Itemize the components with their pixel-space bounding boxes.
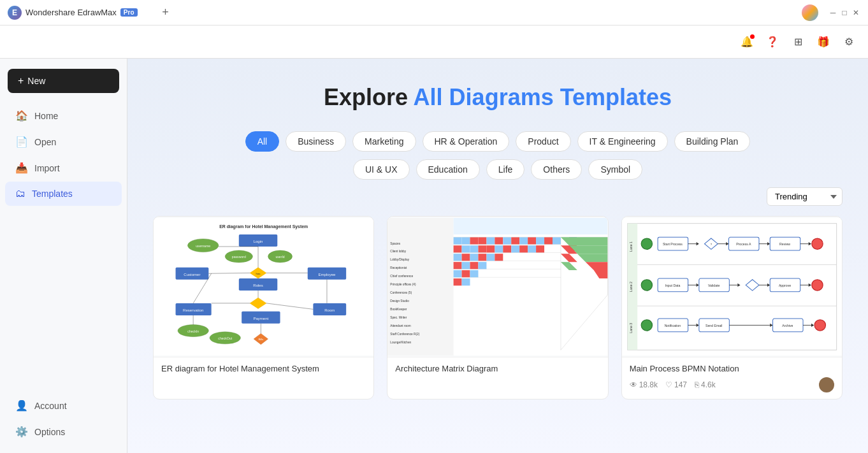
svg-rect-103: [462, 262, 470, 269]
sidebar-item-home[interactable]: 🏠 Home: [5, 103, 122, 128]
svg-text:Payment: Payment: [253, 317, 268, 320]
app-logo-icon: E: [8, 6, 22, 20]
svg-text:Attendant room: Attendant room: [391, 324, 411, 327]
svg-rect-75: [553, 237, 561, 244]
maximize-button[interactable]: □: [840, 8, 849, 17]
filter-chip-all[interactable]: All: [245, 131, 280, 152]
bpmn-copies-count: 4.6k: [701, 380, 716, 389]
svg-text:Notification: Notification: [664, 324, 681, 327]
close-button[interactable]: ✕: [851, 8, 860, 17]
filter-chip-building-plan[interactable]: Building Plan: [674, 131, 751, 152]
svg-rect-109: [454, 278, 462, 285]
svg-rect-68: [495, 237, 503, 244]
sidebar-item-open[interactable]: 📄 Open: [5, 129, 122, 154]
filter-chip-hr-operation[interactable]: HR & Operation: [423, 131, 510, 152]
svg-text:checkIn: checkIn: [187, 329, 199, 333]
template-name-architecture-matrix: Architecture Matrix Diagram: [395, 364, 600, 373]
filter-chip-it-engineering[interactable]: IT & Engineering: [577, 131, 668, 152]
copy-icon: ⎘: [695, 380, 699, 389]
filter-chip-marketing[interactable]: Marketing: [352, 131, 416, 152]
sidebar-item-import[interactable]: 📥 Import: [5, 155, 122, 180]
svg-rect-96: [454, 254, 462, 261]
filter-chip-ui-ux[interactable]: UI & UX: [353, 159, 410, 180]
template-thumb-architecture-matrix: Available Not avail Spaces Client lobby …: [387, 217, 607, 357]
settings-icon[interactable]: ⚙: [840, 33, 858, 51]
svg-rect-79: [479, 245, 487, 252]
filter-chip-others[interactable]: Others: [531, 159, 582, 180]
template-thumb-er-hotel: ER diagram for Hotel Management System L…: [154, 217, 373, 357]
template-card-bpmn[interactable]: Lane 1 Lane 2 Lane 3 Start Process: [621, 216, 843, 399]
sidebar-item-options[interactable]: ⚙️ Options: [5, 419, 122, 444]
svg-text:Bills: Bills: [258, 338, 263, 341]
minimize-button[interactable]: ─: [828, 8, 837, 17]
bpmn-copies: ⎘ 4.6k: [695, 380, 716, 389]
options-icon: ⚙️: [15, 426, 28, 438]
svg-rect-98: [470, 254, 479, 261]
filter-chip-life[interactable]: Life: [486, 159, 525, 180]
sidebar-item-account[interactable]: 👤 Account: [5, 393, 122, 418]
svg-text:BookKeeper: BookKeeper: [391, 308, 407, 311]
svg-text:Send Email: Send Email: [705, 324, 722, 327]
svg-point-174: [814, 320, 825, 331]
window-controls: ─ □ ✕: [828, 8, 860, 17]
open-icon: 📄: [15, 136, 28, 148]
template-stats-bpmn: 👁 18.8k ♡ 147 ⎘ 4.6k: [630, 377, 834, 392]
svg-rect-84: [520, 245, 528, 252]
template-author-avatar: [819, 377, 834, 392]
filter-chip-product[interactable]: Product: [516, 131, 570, 152]
svg-rect-67: [487, 237, 495, 244]
svg-rect-104: [470, 262, 479, 269]
sidebar-item-import-label: Import: [34, 163, 60, 173]
user-avatar[interactable]: [802, 4, 818, 21]
svg-rect-64: [462, 237, 470, 244]
new-button[interactable]: + New: [8, 69, 119, 93]
svg-text:has: has: [256, 272, 261, 275]
svg-rect-102: [454, 262, 462, 269]
new-button-label: New: [27, 76, 45, 86]
new-tab-button[interactable]: +: [158, 5, 173, 20]
svg-text:userId: userId: [275, 255, 284, 259]
svg-text:Employee: Employee: [319, 273, 336, 277]
help-icon[interactable]: ❓: [763, 33, 781, 51]
filter-chip-education[interactable]: Education: [416, 159, 480, 180]
svg-text:Design Studio: Design Studio: [391, 299, 410, 303]
template-card-er-hotel[interactable]: ER diagram for Hotel Management System L…: [153, 216, 374, 399]
title-bar: E Wondershare EdrawMax Pro + ─ □ ✕: [0, 0, 868, 25]
title-bar-actions: ─ □ ✕: [802, 4, 860, 21]
sidebar-item-templates[interactable]: 🗂 Templates: [5, 182, 122, 206]
sidebar-item-templates-label: Templates: [32, 189, 73, 199]
bpmn-views: 👁 18.8k: [630, 380, 658, 389]
sidebar: + New 🏠 Home 📄 Open 📥 Import 🗂 Templates…: [0, 59, 127, 453]
template-name-er-hotel: ER diagram for Hotel Management System: [161, 364, 366, 373]
svg-text:Review: Review: [779, 242, 790, 246]
filter-chip-business[interactable]: Business: [286, 131, 346, 152]
svg-text:Validate: Validate: [708, 284, 720, 287]
sidebar-item-open-label: Open: [34, 137, 56, 147]
svg-rect-77: [462, 245, 470, 252]
svg-text:Spec. Writer: Spec. Writer: [391, 316, 407, 319]
svg-point-126: [641, 238, 652, 249]
svg-rect-101: [495, 254, 503, 261]
account-icon: 👤: [15, 399, 28, 412]
main-layout: + New 🏠 Home 📄 Open 📥 Import 🗂 Templates…: [0, 59, 868, 453]
page-title: Explore All Diagrams Templates: [153, 84, 843, 111]
sort-dropdown[interactable]: Trending Newest Most Popular: [767, 187, 843, 206]
svg-text:Approve: Approve: [779, 284, 791, 287]
svg-text:Lobby/Display: Lobby/Display: [391, 258, 410, 261]
gift-icon[interactable]: 🎁: [814, 33, 832, 51]
svg-point-143: [812, 238, 823, 249]
app-name-label: Wondershare EdrawMax: [25, 8, 117, 17]
svg-rect-73: [536, 237, 544, 244]
notification-icon[interactable]: 🔔: [738, 33, 756, 51]
title-highlight: All Diagrams Templates: [414, 84, 672, 110]
svg-text:ER diagram for Hotel Managemen: ER diagram for Hotel Management System: [219, 224, 308, 229]
filter-chip-symbol[interactable]: Symbol: [588, 159, 642, 180]
grid-icon[interactable]: ⊞: [789, 33, 807, 51]
template-card-architecture-matrix[interactable]: Available Not avail Spaces Client lobby …: [387, 216, 608, 399]
svg-rect-106: [454, 270, 462, 277]
svg-text:Archive: Archive: [782, 324, 793, 327]
home-icon: 🏠: [15, 110, 28, 122]
svg-rect-76: [454, 245, 462, 252]
svg-rect-45: [454, 218, 608, 234]
svg-text:Reservation: Reservation: [183, 308, 203, 312]
